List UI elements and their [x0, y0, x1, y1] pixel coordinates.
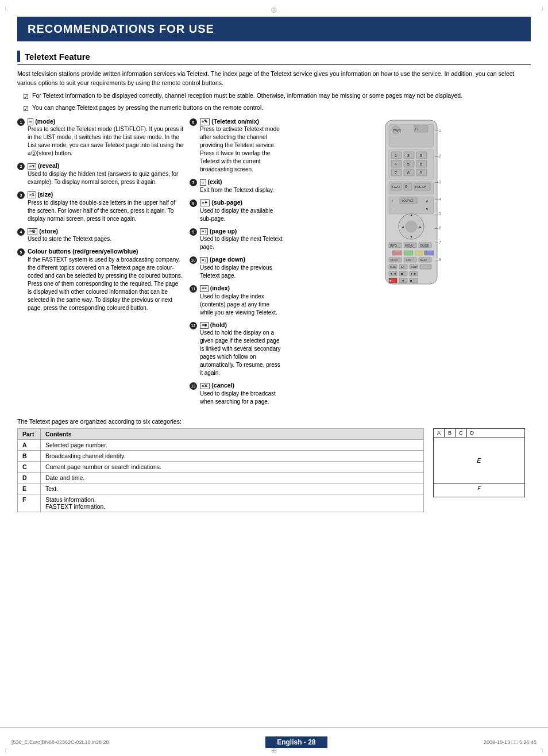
svg-text:2: 2 [407, 153, 410, 158]
feat-icon-7: ○ [200, 179, 206, 186]
corner-mark-br: ┐ [541, 746, 545, 755]
part-b: B [18, 451, 41, 462]
svg-text:TV: TV [415, 127, 419, 131]
bottom-crosshair: ⊕ [271, 746, 277, 755]
features-columns: 1 ≡ (mode) Press to select the Teletext … [17, 117, 283, 410]
svg-rect-54 [424, 251, 434, 255]
feat-content-12: ≡■ (hold) Used to hold the display on a … [200, 321, 283, 378]
svg-text:3: 3 [420, 153, 422, 158]
part-f: F [18, 494, 41, 512]
feat-title-13: ≡✕ (cancel) [200, 381, 283, 390]
feat-num-8: 8 [190, 199, 198, 207]
feat-title-11: ≡≡ (index) [200, 284, 283, 293]
screen-middle-label: E [477, 457, 481, 464]
feature-2: 2 ≡? (reveal) Used to display the hidden… [17, 162, 184, 186]
feature-12: 12 ≡■ (hold) Used to hold the display on… [190, 321, 283, 378]
feat-content-6: ≡✎ (Teletext on/mix) Press to activate T… [200, 117, 283, 174]
contents-d: Date and time. [41, 473, 424, 483]
feat-num-4: 4 [17, 228, 26, 236]
feat-num-6: 6 [190, 118, 198, 126]
feat-icon-6: ≡✎ [200, 118, 210, 125]
svg-text:AD: AD [401, 266, 404, 268]
corner-mark-tr: ┘ [541, 7, 545, 13]
svg-text:—2: —2 [435, 154, 441, 158]
feat-content-4: ≡⊙ (store) Used to store the Teletext pa… [28, 227, 184, 244]
feat-icon-8: ≡✦ [200, 199, 210, 206]
contents-c: Current page number or search indication… [41, 462, 424, 473]
feat-title-2: ≡? (reveal) [28, 162, 184, 170]
svg-text:►►: ►► [410, 272, 417, 275]
remote-control-svg: PWR TV 1 2 3 4 5 [380, 117, 443, 290]
feat-title-3: ≡1 (size) [28, 190, 184, 199]
svg-text:PANIC: PANIC [420, 259, 427, 262]
svg-text:5: 5 [407, 162, 410, 166]
svg-text:■: ■ [401, 272, 403, 275]
feat-num-2: 2 [17, 162, 26, 170]
note-1: ☑ For Teletext information to be display… [23, 91, 531, 102]
screen-bottom-label: F [477, 485, 481, 491]
feat-title-1: ≡ (mode) [28, 117, 184, 126]
svg-text:6: 6 [420, 162, 422, 166]
seg-c: C [456, 429, 467, 437]
feat-body-13: Used to display the broadcast when searc… [200, 390, 283, 406]
feat-title-8: ≡✦ (sub-page) [200, 198, 283, 207]
svg-text:PRE-CH: PRE-CH [415, 185, 427, 189]
contents-e: Text. [41, 483, 424, 494]
svg-rect-67 [420, 264, 431, 269]
svg-text:▲: ▲ [410, 213, 413, 217]
feat-content-3: ≡1 (size) Press to display the double-si… [28, 190, 184, 223]
svg-text:8: 8 [407, 171, 410, 175]
page-content: Teletext Feature Most television station… [0, 41, 548, 547]
svg-text:MENU: MENU [405, 244, 414, 247]
table-row: A Selected page number. [18, 440, 424, 451]
feat-title-9: ≡↑ (page up) [200, 227, 283, 236]
feat-title-12: ≡■ (hold) [200, 321, 283, 329]
feat-body-12: Used to hold the display on a given page… [200, 329, 283, 377]
feat-content-10: ≡↓ (page down) Used to display the previ… [200, 255, 283, 280]
svg-text:■: ■ [410, 279, 412, 282]
feat-content-11: ≡≡ (index) Used to display the index (co… [200, 284, 283, 317]
svg-text:◄◄: ◄◄ [389, 272, 396, 275]
feat-content-9: ≡↑ (page up) Used to display the next Te… [200, 227, 283, 252]
feat-icon-9: ≡↑ [200, 228, 208, 235]
seg-d: D [467, 429, 524, 437]
intro-paragraph: Most television stations provide written… [17, 70, 531, 88]
svg-text:—4: —4 [435, 197, 441, 201]
feature-7: 7 ○ (exit) Exit from the Teletext displa… [190, 178, 283, 194]
svg-text:TOOLS: TOOLS [390, 259, 398, 262]
feat-title-7: ○ (exit) [200, 178, 283, 186]
feat-icon-11: ≡≡ [200, 285, 209, 292]
note-2: ☑ You can change Teletext pages by press… [23, 103, 531, 114]
feat-body-10: Used to display the previous Teletext pa… [200, 264, 283, 280]
svg-text:PWR: PWR [393, 129, 402, 132]
feat-title-6: ≡✎ (Teletext on/mix) [200, 117, 283, 126]
feat-body-11: Used to display the index (contents) pag… [200, 293, 283, 317]
svg-text:▼: ▼ [410, 235, 413, 239]
svg-text:FAVO: FAVO [392, 185, 400, 189]
table-row: C Current page number or search indicati… [18, 462, 424, 473]
feat-num-13: 13 [190, 382, 198, 390]
feat-icon-13: ≡✕ [200, 383, 210, 390]
seg-b: B [445, 429, 456, 437]
note-icon-2: ☑ [23, 104, 29, 114]
feat-title-10: ≡↓ (page down) [200, 255, 283, 264]
screen-top-bar: A B C D [434, 429, 524, 438]
svg-text:0: 0 [405, 185, 407, 189]
page-wrapper: ⊕ └ ┘ RECOMMENDATIONS FOR USE Teletext F… [0, 0, 548, 756]
svg-text:9: 9 [420, 171, 422, 175]
feature-9: 9 ≡↑ (page up) Used to display the next … [190, 227, 283, 252]
svg-text:—7: —7 [435, 240, 441, 244]
feat-icon-2: ≡? [28, 163, 36, 170]
feat-content-1: ≡ (mode) Press to select the Teletext mo… [28, 117, 184, 158]
feat-col-left: 1 ≡ (mode) Press to select the Teletext … [17, 117, 184, 410]
part-c: C [18, 462, 41, 473]
svg-text:∧: ∧ [426, 199, 429, 203]
feat-icon-4: ≡⊙ [28, 228, 37, 235]
footer-left: [530_E.Euro]BN68-02362C-02L10.in28 28 [11, 739, 109, 745]
feat-icon-3: ≡1 [28, 191, 36, 198]
screen-diagram: A B C D E F [433, 428, 525, 497]
feat-body-9: Used to display the next Teletext page. [200, 235, 283, 251]
part-d: D [18, 473, 41, 483]
feature-6: 6 ≡✎ (Teletext on/mix) Press to activate… [190, 117, 283, 174]
note-text-2: You can change Teletext pages by pressin… [32, 103, 263, 113]
